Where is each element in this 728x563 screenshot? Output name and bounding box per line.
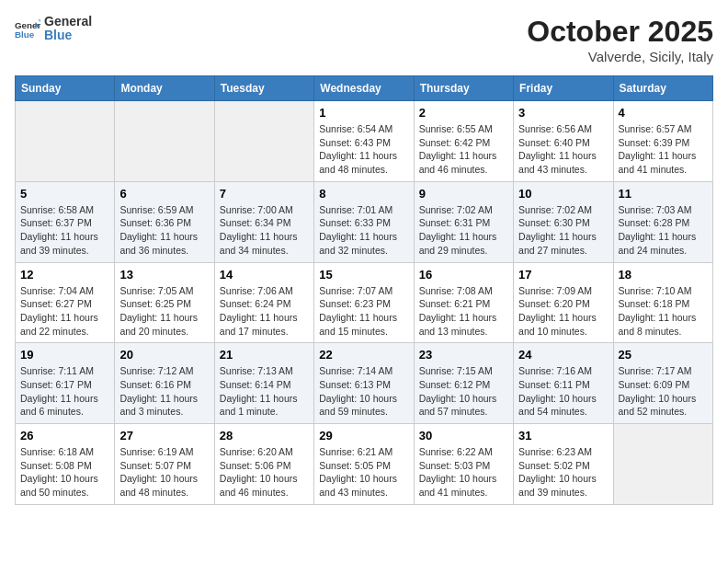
day-info: Sunrise: 7:05 AM Sunset: 6:25 PM Dayligh… bbox=[119, 284, 209, 339]
calendar-cell: 25Sunrise: 7:17 AM Sunset: 6:09 PM Dayli… bbox=[613, 343, 712, 424]
logo: General Blue General Blue bbox=[15, 15, 92, 43]
day-number: 4 bbox=[619, 106, 708, 120]
day-info: Sunrise: 6:56 AM Sunset: 6:40 PM Dayligh… bbox=[518, 122, 608, 177]
title-block: October 2025 Valverde, Sicily, Italy bbox=[527, 15, 713, 64]
weekday-header-monday: Monday bbox=[115, 76, 214, 101]
day-info: Sunrise: 7:15 AM Sunset: 6:12 PM Dayligh… bbox=[419, 364, 508, 419]
day-info: Sunrise: 6:58 AM Sunset: 6:37 PM Dayligh… bbox=[20, 203, 109, 258]
day-info: Sunrise: 7:02 AM Sunset: 6:31 PM Dayligh… bbox=[419, 203, 508, 258]
weekday-header-wednesday: Wednesday bbox=[314, 76, 414, 101]
svg-text:Blue: Blue bbox=[15, 29, 35, 40]
day-number: 9 bbox=[419, 187, 508, 201]
day-number: 15 bbox=[319, 268, 408, 282]
day-info: Sunrise: 6:18 AM Sunset: 5:08 PM Dayligh… bbox=[20, 445, 109, 500]
weekday-header-friday: Friday bbox=[514, 76, 613, 101]
calendar-cell: 5Sunrise: 6:58 AM Sunset: 6:37 PM Daylig… bbox=[16, 181, 115, 262]
day-info: Sunrise: 7:01 AM Sunset: 6:33 PM Dayligh… bbox=[319, 203, 408, 258]
day-info: Sunrise: 7:16 AM Sunset: 6:11 PM Dayligh… bbox=[518, 364, 608, 419]
day-info: Sunrise: 7:07 AM Sunset: 6:23 PM Dayligh… bbox=[319, 284, 408, 339]
day-info: Sunrise: 7:13 AM Sunset: 6:14 PM Dayligh… bbox=[220, 364, 309, 419]
day-number: 6 bbox=[119, 187, 209, 201]
day-info: Sunrise: 6:54 AM Sunset: 6:43 PM Dayligh… bbox=[319, 122, 408, 177]
calendar-body: 1Sunrise: 6:54 AM Sunset: 6:43 PM Daylig… bbox=[16, 101, 713, 505]
day-number: 5 bbox=[20, 187, 109, 201]
calendar-cell: 23Sunrise: 7:15 AM Sunset: 6:12 PM Dayli… bbox=[414, 343, 513, 424]
day-info: Sunrise: 7:17 AM Sunset: 6:09 PM Dayligh… bbox=[619, 364, 708, 419]
location-subtitle: Valverde, Sicily, Italy bbox=[527, 49, 713, 64]
calendar-cell: 19Sunrise: 7:11 AM Sunset: 6:17 PM Dayli… bbox=[16, 343, 115, 424]
calendar-cell: 29Sunrise: 6:21 AM Sunset: 5:05 PM Dayli… bbox=[314, 424, 414, 505]
day-info: Sunrise: 7:06 AM Sunset: 6:24 PM Dayligh… bbox=[220, 284, 309, 339]
day-number: 2 bbox=[419, 106, 508, 120]
day-number: 24 bbox=[518, 348, 608, 362]
calendar-week-5: 26Sunrise: 6:18 AM Sunset: 5:08 PM Dayli… bbox=[16, 424, 713, 505]
calendar-cell: 13Sunrise: 7:05 AM Sunset: 6:25 PM Dayli… bbox=[115, 262, 214, 343]
day-info: Sunrise: 7:10 AM Sunset: 6:18 PM Dayligh… bbox=[619, 284, 708, 339]
calendar-cell: 30Sunrise: 6:22 AM Sunset: 5:03 PM Dayli… bbox=[414, 424, 513, 505]
weekday-header-row: SundayMondayTuesdayWednesdayThursdayFrid… bbox=[16, 76, 713, 101]
day-info: Sunrise: 6:23 AM Sunset: 5:02 PM Dayligh… bbox=[518, 445, 608, 500]
day-number: 8 bbox=[319, 187, 408, 201]
day-number: 3 bbox=[518, 106, 608, 120]
calendar-cell: 12Sunrise: 7:04 AM Sunset: 6:27 PM Dayli… bbox=[16, 262, 115, 343]
day-info: Sunrise: 7:00 AM Sunset: 6:34 PM Dayligh… bbox=[220, 203, 309, 258]
calendar-cell: 22Sunrise: 7:14 AM Sunset: 6:13 PM Dayli… bbox=[314, 343, 414, 424]
day-number: 23 bbox=[419, 348, 508, 362]
calendar-cell: 14Sunrise: 7:06 AM Sunset: 6:24 PM Dayli… bbox=[214, 262, 313, 343]
calendar-cell: 16Sunrise: 7:08 AM Sunset: 6:21 PM Dayli… bbox=[414, 262, 513, 343]
calendar-cell: 26Sunrise: 6:18 AM Sunset: 5:08 PM Dayli… bbox=[16, 424, 115, 505]
calendar-cell bbox=[613, 424, 712, 505]
day-info: Sunrise: 6:22 AM Sunset: 5:03 PM Dayligh… bbox=[419, 445, 508, 500]
day-number: 27 bbox=[119, 429, 209, 442]
calendar-cell: 24Sunrise: 7:16 AM Sunset: 6:11 PM Dayli… bbox=[514, 343, 613, 424]
day-number: 18 bbox=[619, 268, 708, 282]
calendar-week-1: 1Sunrise: 6:54 AM Sunset: 6:43 PM Daylig… bbox=[16, 101, 713, 182]
day-number: 11 bbox=[619, 187, 708, 201]
day-info: Sunrise: 7:12 AM Sunset: 6:16 PM Dayligh… bbox=[119, 364, 209, 419]
calendar-cell: 21Sunrise: 7:13 AM Sunset: 6:14 PM Dayli… bbox=[214, 343, 313, 424]
page-header: General Blue General Blue October 2025 V… bbox=[15, 15, 713, 64]
day-info: Sunrise: 6:21 AM Sunset: 5:05 PM Dayligh… bbox=[319, 445, 408, 500]
day-number: 29 bbox=[319, 429, 408, 442]
day-number: 19 bbox=[20, 348, 109, 362]
day-number: 22 bbox=[319, 348, 408, 362]
calendar-cell: 2Sunrise: 6:55 AM Sunset: 6:42 PM Daylig… bbox=[414, 101, 513, 182]
calendar-cell: 9Sunrise: 7:02 AM Sunset: 6:31 PM Daylig… bbox=[414, 181, 513, 262]
calendar-cell: 31Sunrise: 6:23 AM Sunset: 5:02 PM Dayli… bbox=[514, 424, 613, 505]
day-number: 13 bbox=[119, 268, 209, 282]
day-info: Sunrise: 7:04 AM Sunset: 6:27 PM Dayligh… bbox=[20, 284, 109, 339]
day-number: 30 bbox=[419, 429, 508, 442]
calendar-cell: 28Sunrise: 6:20 AM Sunset: 5:06 PM Dayli… bbox=[214, 424, 313, 505]
day-info: Sunrise: 7:09 AM Sunset: 6:20 PM Dayligh… bbox=[518, 284, 608, 339]
calendar-cell: 17Sunrise: 7:09 AM Sunset: 6:20 PM Dayli… bbox=[514, 262, 613, 343]
day-number: 1 bbox=[319, 106, 408, 120]
logo-blue: Blue bbox=[44, 29, 92, 42]
month-title: October 2025 bbox=[527, 15, 713, 49]
day-number: 28 bbox=[220, 429, 309, 442]
logo-icon: General Blue bbox=[15, 16, 40, 41]
day-number: 26 bbox=[20, 429, 109, 442]
weekday-header-tuesday: Tuesday bbox=[214, 76, 313, 101]
calendar-cell bbox=[115, 101, 214, 182]
calendar-cell: 10Sunrise: 7:02 AM Sunset: 6:30 PM Dayli… bbox=[514, 181, 613, 262]
day-info: Sunrise: 7:02 AM Sunset: 6:30 PM Dayligh… bbox=[518, 203, 608, 258]
day-number: 10 bbox=[518, 187, 608, 201]
calendar-cell: 3Sunrise: 6:56 AM Sunset: 6:40 PM Daylig… bbox=[514, 101, 613, 182]
calendar-table: SundayMondayTuesdayWednesdayThursdayFrid… bbox=[15, 75, 713, 505]
day-info: Sunrise: 6:19 AM Sunset: 5:07 PM Dayligh… bbox=[119, 445, 209, 500]
calendar-week-4: 19Sunrise: 7:11 AM Sunset: 6:17 PM Dayli… bbox=[16, 343, 713, 424]
day-number: 16 bbox=[419, 268, 508, 282]
day-number: 7 bbox=[220, 187, 309, 201]
calendar-cell: 7Sunrise: 7:00 AM Sunset: 6:34 PM Daylig… bbox=[214, 181, 313, 262]
weekday-header-saturday: Saturday bbox=[613, 76, 712, 101]
calendar-cell: 4Sunrise: 6:57 AM Sunset: 6:39 PM Daylig… bbox=[613, 101, 712, 182]
day-info: Sunrise: 6:55 AM Sunset: 6:42 PM Dayligh… bbox=[419, 122, 508, 177]
calendar-cell bbox=[16, 101, 115, 182]
calendar-week-3: 12Sunrise: 7:04 AM Sunset: 6:27 PM Dayli… bbox=[16, 262, 713, 343]
calendar-cell: 27Sunrise: 6:19 AM Sunset: 5:07 PM Dayli… bbox=[115, 424, 214, 505]
day-number: 31 bbox=[518, 429, 608, 442]
day-info: Sunrise: 6:20 AM Sunset: 5:06 PM Dayligh… bbox=[220, 445, 309, 500]
calendar-cell: 15Sunrise: 7:07 AM Sunset: 6:23 PM Dayli… bbox=[314, 262, 414, 343]
calendar-cell: 20Sunrise: 7:12 AM Sunset: 6:16 PM Dayli… bbox=[115, 343, 214, 424]
calendar-week-2: 5Sunrise: 6:58 AM Sunset: 6:37 PM Daylig… bbox=[16, 181, 713, 262]
